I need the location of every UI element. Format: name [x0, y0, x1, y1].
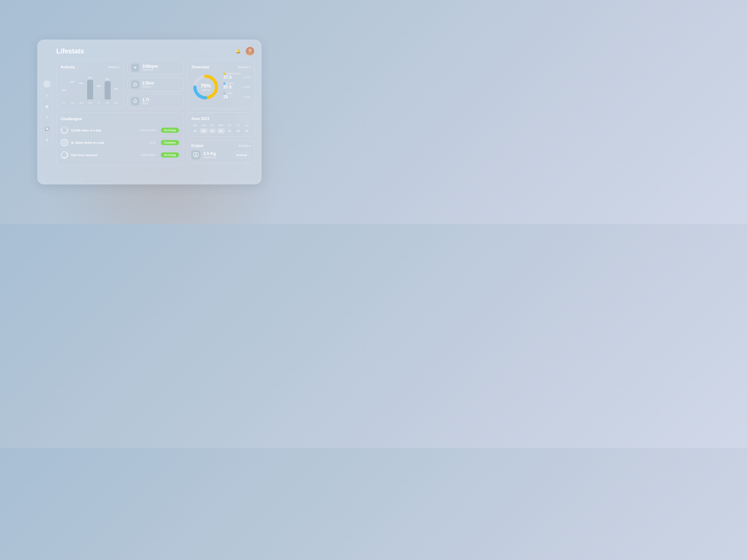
- bar-tue[interactable]: [70, 84, 76, 99]
- overview-filter[interactable]: Monthly ▾: [238, 65, 250, 69]
- carbs-dot: [224, 92, 225, 94]
- activity-card: Activity Weekly ▾ 23%55%50%70%40%65%30% …: [56, 60, 124, 108]
- challenge-exercise-badge[interactable]: On Going: [161, 152, 179, 158]
- chevron-down-icon: ▾: [249, 65, 250, 69]
- challenge-water-name: 3L Water Drink in a day: [71, 141, 146, 144]
- challenge-water-progress: 3L/3L: [149, 141, 156, 144]
- water-card: 1.7l Water: [127, 94, 183, 108]
- cal-day-24[interactable]: 24: [243, 128, 251, 133]
- bar-group-thu: 70%: [87, 77, 93, 99]
- svg-point-11: [61, 127, 67, 133]
- right-column: June 2023 ‹ › Sun Mon Tue Wed Thu Fri Sa…: [187, 112, 255, 165]
- chevron-down-icon: ▾: [118, 65, 119, 69]
- cal-header-sun: Sun: [191, 124, 199, 127]
- cal-day-18[interactable]: 18: [191, 128, 199, 133]
- donut-chart: 75% 1034 ml: [192, 73, 220, 101]
- protein-value: 37.5: [224, 85, 232, 89]
- bar-group-wed: 50%: [78, 82, 84, 99]
- calendar-card: June 2023 ‹ › Sun Mon Tue Wed Thu Fri Sa…: [187, 112, 255, 137]
- cal-day-22[interactable]: 22: [226, 128, 233, 133]
- sidebar-item-home[interactable]: ⌂: [44, 80, 50, 87]
- challenge-water: ✓ 3L Water Drink in a day 3L/3L Complete: [61, 136, 179, 149]
- cal-day-23[interactable]: 23: [234, 128, 242, 133]
- sidebar-item-settings[interactable]: ⚙: [44, 136, 50, 143]
- activity-title: Activity: [61, 65, 75, 70]
- chevron-down-icon: ▾: [249, 144, 251, 148]
- donut-percent: 75%: [201, 83, 211, 89]
- challenges-card: Challenges 15,000 steps in a day 12,540/…: [56, 112, 183, 165]
- activity-filter[interactable]: Weekly ▾: [108, 65, 119, 69]
- bar-group-tue: 55%: [70, 81, 76, 99]
- calendar-navigation: ‹ ›: [237, 116, 251, 122]
- svg-line-4: [134, 83, 136, 86]
- overview-card: Overview Monthly ▾: [187, 60, 255, 108]
- distance-card: 2.5km Distance: [127, 77, 183, 92]
- sidebar: ⌂ ◷ ▦ ⏱ 💬 ⚙: [41, 77, 53, 147]
- cal-header-sat: Sat: [243, 124, 251, 127]
- challenge-exercise-name: One hour exercise: [71, 153, 138, 157]
- sidebar-item-timer[interactable]: ⏱: [44, 114, 50, 121]
- output-sub: Weight Loss: [203, 156, 232, 159]
- avatar[interactable]: [246, 47, 255, 56]
- sidebar-item-clock[interactable]: ◷: [44, 92, 50, 99]
- calendar-next-button[interactable]: ›: [244, 116, 251, 122]
- carbs-change: +1.34%: [242, 96, 250, 98]
- bar-fri[interactable]: [96, 88, 102, 99]
- heart-rate-label: Heart Rate: [142, 69, 158, 71]
- cal-header-mon: Mon: [200, 124, 208, 127]
- challenge-steps-badge[interactable]: On Going: [161, 128, 179, 133]
- distance-label: Distance: [142, 85, 154, 88]
- app-title: Lifestats: [56, 47, 84, 55]
- svg-point-1: [249, 49, 252, 52]
- calories-stat: Calories Burn 37.5 +1.27%: [224, 72, 250, 80]
- calendar-prev-button[interactable]: ‹: [237, 116, 243, 122]
- overview-stats: Calories Burn 37.5 +1.27% Protein: [224, 72, 250, 102]
- output-card: Output Monthly ▾ 2.5: [187, 140, 255, 163]
- bar-group-mon: 30%: [113, 88, 119, 99]
- bar-group-sat: 65%: [105, 78, 111, 99]
- protein-dot: [224, 83, 225, 84]
- overview-inner: 75% 1034 ml Calories Burn 37.5 +1.27%: [192, 72, 250, 102]
- challenge-steps: 15,000 steps in a day 12,540/15,000 On G…: [61, 124, 179, 136]
- overview-title: Overview: [192, 65, 209, 70]
- cal-day-21[interactable]: 21: [217, 128, 225, 133]
- cal-header-fri: Fri: [234, 124, 242, 127]
- challenge-water-badge[interactable]: Complete: [161, 140, 179, 145]
- bar-thu[interactable]: [87, 80, 93, 99]
- bar-sun[interactable]: [61, 92, 67, 99]
- challenges-title: Challenges: [61, 117, 82, 121]
- sidebar-item-chart[interactable]: ▦: [44, 103, 50, 110]
- sidebar-item-chat[interactable]: 💬: [44, 125, 50, 132]
- bar-group-sun: 23%: [61, 89, 67, 99]
- distance-value: 2.5km: [142, 81, 154, 86]
- bell-icon[interactable]: 🔔: [234, 47, 242, 55]
- challenge-exercise-progress: 40Min/60Min: [141, 154, 156, 156]
- bar-wed[interactable]: [78, 85, 84, 99]
- challenge-water-icon: ✓: [61, 139, 68, 146]
- svg-rect-14: [194, 153, 198, 156]
- distance-icon: [131, 80, 139, 89]
- output-info: 2.5 Kg Weight Loss: [203, 151, 232, 159]
- challenge-steps-name: 15,000 steps in a day: [71, 129, 136, 132]
- challenge-exercise: One hour exercise 40Min/60Min On Going: [61, 149, 179, 161]
- calories-value: 37.5: [224, 75, 232, 80]
- bar-mon[interactable]: [113, 91, 119, 99]
- water-label: Water: [142, 102, 149, 105]
- output-title: Output: [191, 144, 203, 148]
- output-filter[interactable]: Monthly ▾: [238, 144, 251, 148]
- cal-day-19[interactable]: 19: [200, 128, 208, 133]
- dashboard: ⌂ ◷ ▦ ⏱ 💬 ⚙ Lifestats 🔔 Activity: [37, 40, 261, 184]
- svg-rect-7: [134, 99, 136, 100]
- heart-rate-card: ♥ 108bpm Heart Rate: [127, 60, 183, 75]
- header-right: 🔔: [234, 47, 255, 56]
- bar-sat[interactable]: [105, 81, 111, 99]
- calendar-title: June 2023: [191, 117, 209, 121]
- cal-header-wed: Wed: [217, 124, 225, 127]
- water-icon: [131, 97, 139, 105]
- calories-change: +1.27%: [242, 76, 250, 79]
- output-amazing-badge[interactable]: amazing!: [232, 152, 251, 158]
- output-inner: 2.5 Kg Weight Loss amazing!: [191, 150, 251, 160]
- heart-icon: ♥: [131, 63, 139, 72]
- cal-day-20[interactable]: 20: [208, 128, 216, 133]
- header: Lifestats 🔔: [56, 47, 255, 56]
